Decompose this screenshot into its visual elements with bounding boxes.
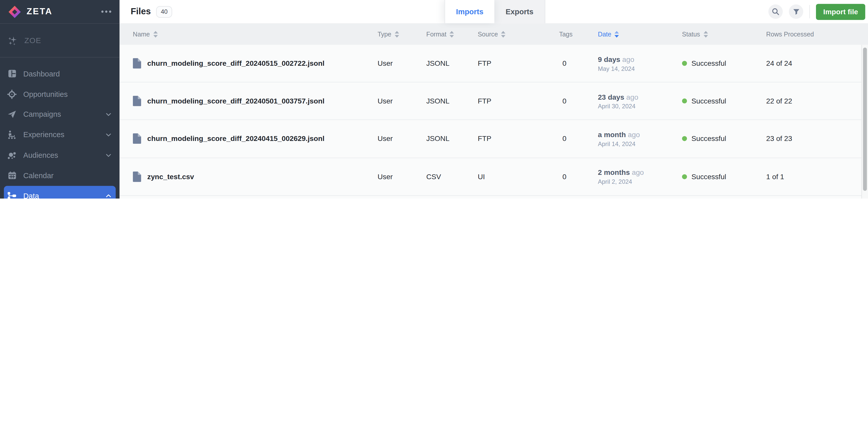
sidebar-item-label: Experiences: [23, 131, 64, 139]
status-dot: [682, 61, 687, 66]
table-row[interactable]: churn_modeling_score_diff_20240501_00375…: [120, 82, 868, 120]
file-name: churn_modeling_score_diff_20240501_00375…: [147, 97, 324, 105]
chevron-up-icon: [105, 193, 112, 199]
file-name: churn_modeling_score_diff_20240515_00272…: [147, 59, 324, 68]
type-cell: User: [377, 172, 426, 181]
column-header-name[interactable]: Name: [133, 31, 377, 37]
status-cell: Successful: [682, 59, 766, 68]
sidebar-item-label: Opportunities: [23, 90, 68, 98]
sort-icon: [153, 31, 157, 37]
date-cell: a month agoApril 14, 2024: [598, 131, 682, 147]
sidebar-header: ZETA: [0, 0, 120, 24]
rows-processed-cell: 1 of 1: [766, 172, 868, 181]
experiences-icon: [7, 130, 17, 140]
sidebar-item-zoe[interactable]: ZOE: [0, 24, 120, 57]
sidebar-item-label: Data: [23, 192, 39, 199]
chevron-down-icon: [105, 152, 112, 159]
status-label: Successful: [691, 59, 726, 68]
file-icon: [133, 171, 141, 182]
file-icon: [133, 96, 141, 106]
column-header-type[interactable]: Type: [377, 31, 426, 37]
topbar: Files 40 Imports Exports: [120, 0, 868, 23]
sort-icon: [501, 31, 505, 37]
zeta-logo-icon: [8, 5, 22, 19]
column-header-source[interactable]: Source: [478, 31, 559, 37]
data-icon: [7, 191, 17, 199]
sidebar-item-experiences[interactable]: Experiences: [0, 125, 120, 145]
tab-exports[interactable]: Exports: [494, 0, 545, 23]
brand-name: ZETA: [27, 7, 53, 16]
sort-icon: [615, 31, 619, 37]
campaigns-icon: [7, 110, 17, 119]
source-cell: FTP: [478, 97, 559, 105]
tags-cell: 0: [559, 97, 598, 105]
import-file-button[interactable]: Import file: [816, 4, 865, 20]
table-row[interactable]: churn_modeling_score_diff_20240415_00262…: [120, 120, 868, 158]
dashboard-icon: [7, 69, 17, 78]
sidebar-nav: DashboardOpportunitiesCampaignsExperienc…: [0, 58, 120, 199]
app: ZETA ZOE DashboardOpportunitiesCampaigns…: [0, 0, 868, 199]
files-count-badge: 40: [156, 6, 172, 18]
sidebar-item-label: Calendar: [23, 171, 54, 180]
type-cell: User: [377, 135, 426, 143]
sidebar-item-label: Campaigns: [23, 110, 61, 119]
ellipsis-menu-icon[interactable]: [101, 10, 112, 13]
sidebar-item-calendar[interactable]: Calendar: [0, 165, 120, 186]
audiences-icon: [7, 151, 17, 160]
rows-processed-cell: 23 of 23: [766, 135, 868, 143]
page-title: Files: [131, 7, 151, 16]
sort-icon: [395, 31, 399, 37]
format-cell: JSONL: [426, 59, 478, 68]
status-dot: [682, 99, 687, 104]
type-cell: User: [377, 59, 426, 68]
filter-funnel-icon: [793, 8, 800, 15]
topbar-actions: Import file: [769, 4, 868, 20]
status-dot: [682, 136, 687, 141]
filter-button[interactable]: [789, 4, 803, 19]
source-cell: UI: [478, 172, 559, 181]
table-row[interactable]: zync_test.csvUserCSVUI02 months agoApril…: [120, 158, 868, 196]
rows-processed-cell: 22 of 22: [766, 97, 868, 105]
opportunities-icon: [7, 90, 17, 99]
tab-imports[interactable]: Imports: [444, 0, 494, 23]
scrollbar-thumb[interactable]: [863, 48, 867, 191]
file-icon: [133, 134, 141, 144]
source-cell: FTP: [478, 59, 559, 68]
file-name-cell: zync_test.csv: [133, 171, 377, 182]
sidebar-item-data[interactable]: Data: [4, 186, 116, 199]
file-name-cell: churn_modeling_score_diff_20240415_00262…: [133, 134, 377, 144]
table-row[interactable]: churn_modeling_score_diff_20240515_00272…: [120, 45, 868, 82]
tags-cell: 0: [559, 59, 598, 68]
file-name-cell: churn_modeling_score_diff_20240515_00272…: [133, 58, 377, 69]
column-header-status[interactable]: Status: [682, 31, 766, 37]
status-label: Successful: [691, 172, 726, 181]
sidebar-item-label: Audiences: [23, 151, 58, 160]
chevron-down-icon: [105, 111, 112, 118]
source-cell: FTP: [478, 135, 559, 143]
file-name: churn_modeling_score_diff_20240415_00262…: [147, 135, 324, 143]
calendar-icon: [7, 171, 17, 180]
sidebar-item-campaigns[interactable]: Campaigns: [0, 104, 120, 125]
search-button[interactable]: [769, 4, 783, 19]
status-label: Successful: [691, 135, 726, 143]
column-header-format[interactable]: Format: [426, 31, 478, 37]
column-header-tags: Tags: [559, 31, 598, 37]
status-label: Successful: [691, 97, 726, 105]
sidebar-item-audiences[interactable]: Audiences: [0, 145, 120, 165]
sidebar-item-opportunities[interactable]: Opportunities: [0, 84, 120, 104]
search-icon: [772, 8, 779, 15]
sidebar-item-dashboard[interactable]: Dashboard: [0, 64, 120, 84]
vertical-divider: [809, 5, 810, 19]
table-header: NameTypeFormatSourceTagsDateStatusRows P…: [120, 23, 868, 45]
column-header-date[interactable]: Date: [598, 31, 682, 37]
column-header-rows-processed: Rows Processed: [766, 31, 868, 37]
chevron-down-icon: [105, 132, 112, 138]
tags-cell: 0: [559, 135, 598, 143]
status-cell: Successful: [682, 135, 766, 143]
sort-icon: [704, 31, 708, 37]
vertical-scrollbar[interactable]: [861, 45, 868, 199]
file-name-cell: churn_modeling_score_diff_20240501_00375…: [133, 96, 377, 106]
format-cell: JSONL: [426, 135, 478, 143]
table-row[interactable]: zlhc_jane_validation.jsonlEventJSONLFTP0…: [120, 196, 868, 199]
sparkles-icon: [7, 35, 18, 45]
